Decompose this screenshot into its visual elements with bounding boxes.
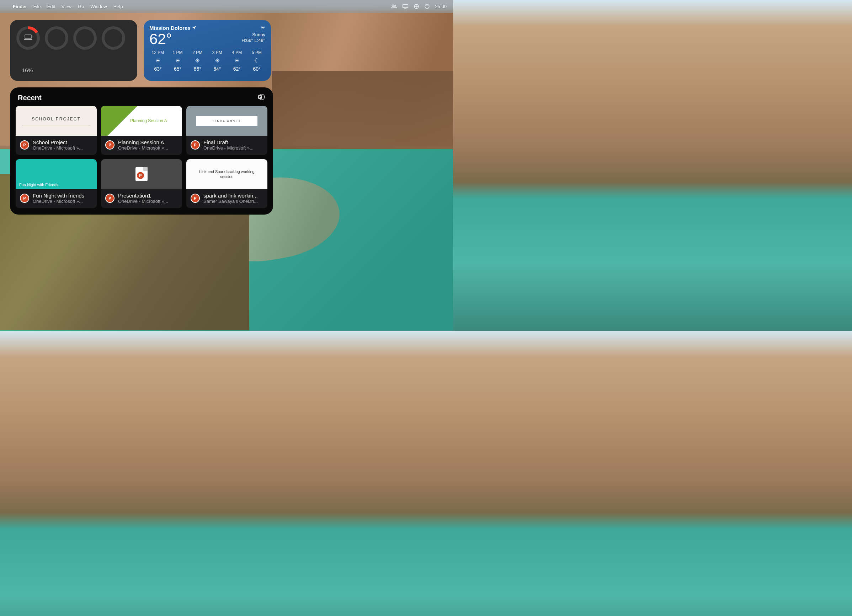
menu-file[interactable]: File bbox=[33, 4, 41, 9]
battery-ring-empty-3 bbox=[102, 26, 125, 50]
recent-file-card[interactable]: FINAL DRAFT P Final Draft OneDrive - Mic… bbox=[186, 106, 267, 155]
moon-icon: ☾ bbox=[248, 57, 265, 64]
file-thumbnail: FINAL DRAFT bbox=[186, 106, 267, 136]
file-name: spark and link workin... bbox=[203, 193, 263, 199]
menu-go[interactable]: Go bbox=[78, 4, 84, 9]
menu-edit[interactable]: Edit bbox=[47, 4, 55, 9]
file-name: Final Draft bbox=[203, 139, 263, 145]
weather-hilo: H:66° L:49° bbox=[242, 38, 265, 43]
weather-location: Mission Dolores bbox=[150, 25, 196, 31]
laptop-icon bbox=[23, 34, 33, 42]
weather-forecast: 12 PM☀︎63° 1 PM☀︎65° 2 PM☀︎66° 3 PM☀︎64°… bbox=[150, 50, 265, 72]
menu-window[interactable]: Window bbox=[90, 4, 107, 9]
svg-point-4 bbox=[425, 4, 429, 9]
powerpoint-file-icon: P bbox=[190, 194, 200, 203]
menubar-clock[interactable]: 25:00 bbox=[435, 4, 447, 9]
weather-widget[interactable]: Mission Dolores 62° ☀︎ Sunny H:66° L:49°… bbox=[144, 20, 271, 81]
forecast-hour: 3 PM☀︎64° bbox=[209, 50, 226, 72]
region-icon[interactable] bbox=[414, 3, 419, 9]
recent-file-card[interactable]: SCHOOL PROJECT P School Project OneDrive… bbox=[16, 106, 97, 155]
menubar: Finder File Edit View Go Window Help 25:… bbox=[0, 0, 453, 13]
svg-point-1 bbox=[394, 5, 396, 6]
teams-status-icon[interactable] bbox=[391, 4, 397, 9]
sun-icon: ☀︎ bbox=[169, 57, 186, 64]
recent-file-card[interactable]: Link and Spark backlog working session P… bbox=[186, 159, 267, 208]
sun-icon: ☀︎ bbox=[228, 57, 245, 64]
file-name: Planning Session A bbox=[118, 139, 178, 145]
svg-rect-2 bbox=[403, 5, 408, 8]
recent-file-card[interactable]: Planning Session A P Planning Session A … bbox=[101, 106, 182, 155]
screen-mirror-icon[interactable] bbox=[402, 4, 409, 9]
weather-current-temp: 62° bbox=[150, 32, 196, 47]
file-name: School Project bbox=[33, 139, 92, 145]
timer-icon[interactable] bbox=[424, 3, 430, 9]
location-arrow-icon bbox=[192, 25, 196, 31]
powerpoint-file-icon: P bbox=[20, 194, 29, 203]
app-menu[interactable]: Finder bbox=[13, 4, 27, 9]
recent-file-card[interactable]: Fun Night with Friends P Fun Night with … bbox=[16, 159, 97, 208]
powerpoint-file-icon: P bbox=[105, 194, 115, 203]
powerpoint-file-icon: P bbox=[20, 140, 29, 149]
battery-percent: 16% bbox=[17, 67, 131, 75]
battery-ring-empty-1 bbox=[45, 26, 68, 50]
sun-icon: ☀︎ bbox=[209, 57, 226, 64]
file-thumbnail: Link and Spark backlog working session bbox=[186, 159, 267, 189]
forecast-hour: 4 PM☀︎62° bbox=[228, 50, 245, 72]
forecast-hour: 2 PM☀︎66° bbox=[189, 50, 206, 72]
file-thumbnail: Planning Session A bbox=[101, 106, 182, 136]
recent-files-widget: Recent P SCHOOL PROJECT P School Project… bbox=[10, 87, 273, 215]
battery-ring-laptop bbox=[17, 26, 40, 50]
recent-title: Recent bbox=[18, 94, 42, 102]
file-location: OneDrive - Microsoft »... bbox=[118, 199, 178, 204]
weather-condition: Sunny bbox=[242, 32, 265, 38]
file-thumbnail: SCHOOL PROJECT bbox=[16, 106, 97, 136]
sun-icon: ☀︎ bbox=[189, 57, 206, 64]
forecast-hour: 5 PM☾60° bbox=[248, 50, 265, 72]
file-location: OneDrive - Microsoft »... bbox=[203, 145, 263, 151]
powerpoint-file-icon: P bbox=[105, 140, 115, 149]
battery-ring-empty-2 bbox=[73, 26, 97, 50]
svg-point-0 bbox=[392, 5, 394, 7]
sun-icon: ☀︎ bbox=[242, 25, 265, 31]
file-name: Presentation1 bbox=[118, 193, 178, 199]
powerpoint-app-icon[interactable]: P bbox=[257, 93, 265, 102]
file-thumbnail: P bbox=[101, 159, 182, 189]
file-thumbnail: Fun Night with Friends bbox=[16, 159, 97, 189]
svg-rect-6 bbox=[24, 39, 32, 40]
file-location: Samer Sawaya's OneDri... bbox=[203, 199, 263, 204]
menu-help[interactable]: Help bbox=[113, 4, 123, 9]
file-location: OneDrive - Microsoft »... bbox=[33, 199, 92, 204]
powerpoint-file-icon: P bbox=[190, 140, 200, 149]
forecast-hour: 12 PM☀︎63° bbox=[150, 50, 166, 72]
svg-text:P: P bbox=[259, 96, 261, 99]
sun-icon: ☀︎ bbox=[150, 57, 166, 64]
menu-view[interactable]: View bbox=[62, 4, 71, 9]
forecast-hour: 1 PM☀︎65° bbox=[169, 50, 186, 72]
file-name: Fun Night with friends bbox=[33, 193, 92, 199]
batteries-widget[interactable]: 16% bbox=[10, 20, 137, 81]
recent-file-card[interactable]: P P Presentation1 OneDrive - Microsoft »… bbox=[101, 159, 182, 208]
svg-rect-5 bbox=[25, 35, 31, 39]
file-location: OneDrive - Microsoft »... bbox=[118, 145, 178, 151]
file-location: OneDrive - Microsoft »... bbox=[33, 145, 92, 151]
